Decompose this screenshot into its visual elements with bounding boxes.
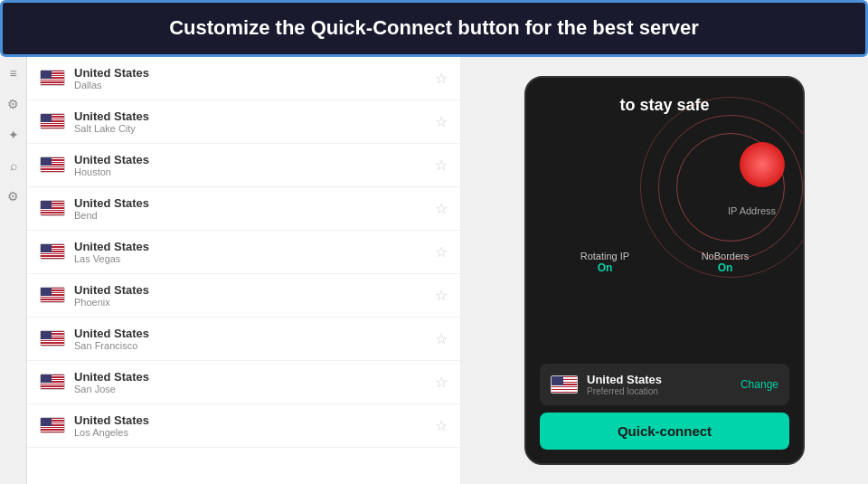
server-city: Los Angeles bbox=[74, 427, 426, 438]
server-list-item[interactable]: United States Phoenix ☆ bbox=[27, 274, 460, 318]
preferred-location: United States Preferred location Change bbox=[540, 364, 789, 405]
header-title: Customize the Quick-Connect button for t… bbox=[169, 16, 699, 39]
header-banner: Customize the Quick-Connect button for t… bbox=[0, 0, 868, 57]
phone-mockup: to stay safe IP Address Rotating IP On N… bbox=[524, 76, 805, 465]
server-list-item[interactable]: United States Bend ☆ bbox=[27, 187, 460, 231]
server-info: United States Salt Lake City bbox=[74, 109, 426, 134]
server-city: Phoenix bbox=[74, 297, 426, 308]
server-flag bbox=[40, 330, 65, 346]
server-city: San Jose bbox=[74, 384, 426, 394]
server-flag bbox=[40, 287, 65, 303]
server-flag bbox=[40, 374, 65, 390]
server-list-item[interactable]: United States Salt Lake City ☆ bbox=[27, 100, 460, 144]
server-flag bbox=[40, 243, 65, 260]
server-flag bbox=[40, 417, 65, 433]
server-info: United States San Jose bbox=[74, 370, 426, 394]
favorite-star-icon[interactable]: ☆ bbox=[435, 287, 448, 304]
settings-icon[interactable]: ⚙ bbox=[7, 97, 19, 111]
server-city: San Francisco bbox=[74, 340, 426, 351]
ip-address-label: IP Address bbox=[728, 205, 776, 216]
server-list-item[interactable]: United States Dallas ☆ bbox=[27, 57, 460, 100]
server-country: United States bbox=[74, 327, 426, 340]
quick-connect-button[interactable]: Quick-connect bbox=[540, 413, 789, 450]
server-country: United States bbox=[74, 196, 426, 210]
server-list-item[interactable]: United States San Jose ☆ bbox=[27, 361, 460, 404]
wrench-icon[interactable]: ⚙ bbox=[7, 189, 19, 204]
server-country: United States bbox=[74, 283, 426, 297]
server-list-item[interactable]: United States Houston ☆ bbox=[27, 144, 460, 187]
server-info: United States Houston bbox=[74, 153, 426, 177]
server-city: Houston bbox=[74, 166, 426, 177]
favorite-star-icon[interactable]: ☆ bbox=[435, 243, 448, 261]
main-content: ≡ ⚙ ✦ ⌕ ⚙ United States Dallas ☆ United … bbox=[0, 57, 868, 484]
server-list-item[interactable]: United States Los Angeles ☆ bbox=[27, 404, 460, 448]
server-city: Dallas bbox=[74, 80, 426, 90]
favorite-star-icon[interactable]: ☆ bbox=[435, 330, 448, 347]
rotating-ip-value: On bbox=[580, 261, 629, 274]
server-info: United States Phoenix bbox=[74, 283, 426, 308]
server-list: United States Dallas ☆ United States Sal… bbox=[27, 57, 461, 484]
server-country: United States bbox=[74, 240, 426, 253]
favorite-star-icon[interactable]: ☆ bbox=[435, 200, 448, 217]
server-flag bbox=[40, 157, 65, 173]
server-city: Salt Lake City bbox=[74, 123, 426, 134]
server-flag bbox=[40, 200, 65, 216]
server-city: Bend bbox=[74, 210, 426, 221]
server-info: United States Los Angeles bbox=[74, 413, 426, 438]
server-country: United States bbox=[74, 66, 426, 80]
server-list-item[interactable]: United States Las Vegas ☆ bbox=[27, 231, 460, 274]
preferred-location-info: United States Preferred location bbox=[587, 373, 731, 396]
menu-icon[interactable]: ≡ bbox=[9, 66, 16, 81]
connect-button[interactable] bbox=[740, 142, 785, 187]
server-list-item[interactable]: United States San Francisco ☆ bbox=[27, 318, 460, 361]
server-info: United States Las Vegas bbox=[74, 240, 426, 264]
favorite-star-icon[interactable]: ☆ bbox=[435, 417, 448, 434]
server-info: United States San Francisco bbox=[74, 327, 426, 351]
server-city: Las Vegas bbox=[74, 253, 426, 264]
phone-bottom: United States Preferred location Change … bbox=[526, 355, 803, 463]
server-flag bbox=[40, 70, 65, 86]
rotating-ip-feature: Rotating IP On bbox=[580, 251, 629, 274]
right-panel: to stay safe IP Address Rotating IP On N… bbox=[461, 57, 868, 484]
favorite-star-icon[interactable]: ☆ bbox=[435, 374, 448, 391]
favorite-star-icon[interactable]: ☆ bbox=[435, 157, 448, 174]
search-icon[interactable]: ⌕ bbox=[10, 158, 17, 173]
preferred-location-flag bbox=[551, 375, 578, 394]
server-flag bbox=[40, 113, 65, 129]
server-info: United States Bend bbox=[74, 196, 426, 221]
radar-area: IP Address bbox=[526, 133, 803, 242]
favorite-star-icon[interactable]: ☆ bbox=[435, 113, 448, 130]
server-info: United States Dallas bbox=[74, 66, 426, 90]
favorite-star-icon[interactable]: ☆ bbox=[435, 70, 448, 87]
preferred-sublabel: Preferred location bbox=[587, 386, 731, 396]
sidebar: ≡ ⚙ ✦ ⌕ ⚙ bbox=[0, 57, 27, 484]
server-country: United States bbox=[74, 109, 426, 123]
rotating-ip-label: Rotating IP bbox=[580, 251, 629, 261]
server-country: United States bbox=[74, 153, 426, 166]
change-location-button[interactable]: Change bbox=[741, 378, 778, 391]
server-country: United States bbox=[74, 370, 426, 384]
preferred-country: United States bbox=[587, 373, 731, 386]
server-country: United States bbox=[74, 413, 426, 427]
shield-icon[interactable]: ✦ bbox=[8, 128, 19, 142]
